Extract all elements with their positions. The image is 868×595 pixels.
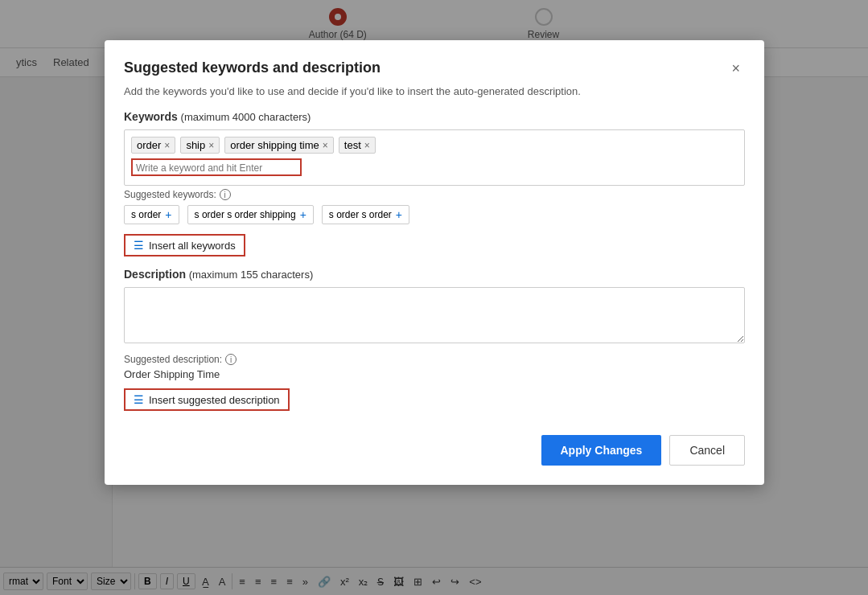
tag-test-remove[interactable]: × <box>364 141 370 150</box>
insert-desc-icon: ☰ <box>134 393 144 406</box>
suggested-tag-2-add[interactable]: + <box>300 208 306 221</box>
tag-ship: ship × <box>180 137 220 154</box>
suggested-desc-value: Order Shipping Time <box>124 368 745 380</box>
tag-order-shipping-time-remove[interactable]: × <box>323 141 328 150</box>
tag-ship-text: ship <box>186 139 205 151</box>
modal-subtitle: Add the keywords you'd like to use and d… <box>124 85 745 97</box>
description-label-strong: Description <box>124 268 186 281</box>
insert-suggested-description-button[interactable]: ☰ Insert suggested description <box>124 388 290 411</box>
modal-close-button[interactable]: × <box>726 60 745 77</box>
suggested-tag-2: s order s order shipping + <box>187 205 314 224</box>
suggested-desc-label-text: Suggested description: <box>124 354 222 365</box>
modal-dialog: Suggested keywords and description × Add… <box>105 40 764 485</box>
suggested-keywords-label-text: Suggested keywords: <box>124 189 216 200</box>
suggested-tags: s order + s order s order shipping + s o… <box>124 205 745 224</box>
tag-ship-remove[interactable]: × <box>208 141 214 150</box>
keywords-box: order × ship × order shipping time × tes… <box>124 129 745 186</box>
keywords-label: Keywords (maximum 4000 characters) <box>124 110 745 123</box>
tag-test-text: test <box>344 139 361 151</box>
suggested-tag-3: s order s order + <box>322 205 409 224</box>
description-textarea[interactable] <box>124 287 745 343</box>
insert-suggested-desc-label: Insert suggested description <box>149 394 280 406</box>
keywords-label-sub: (maximum 4000 characters) <box>181 111 311 123</box>
description-label-sub: (maximum 155 characters) <box>189 269 314 281</box>
suggested-keywords-info-icon[interactable]: i <box>220 189 231 200</box>
tag-order: order × <box>131 137 175 154</box>
tag-order-shipping-time: order shipping time × <box>224 137 334 154</box>
suggested-tag-1-text: s order <box>131 209 161 220</box>
suggested-tag-1-add[interactable]: + <box>165 208 171 221</box>
keywords-label-strong: Keywords <box>124 110 178 123</box>
description-label: Description (maximum 155 characters) <box>124 268 745 281</box>
keywords-tags: order × ship × order shipping time × tes… <box>131 137 738 154</box>
tag-order-remove[interactable]: × <box>164 141 170 150</box>
insert-all-keywords-label: Insert all keywords <box>149 240 236 252</box>
suggested-tag-1: s order + <box>124 205 179 224</box>
tag-order-shipping-time-text: order shipping time <box>230 139 319 151</box>
tag-test: test × <box>339 137 376 154</box>
tag-order-text: order <box>137 139 161 151</box>
cancel-button[interactable]: Cancel <box>669 435 745 466</box>
suggested-desc-info-icon[interactable]: i <box>225 354 237 365</box>
modal-header: Suggested keywords and description × <box>124 60 745 77</box>
apply-changes-button[interactable]: Apply Changes <box>541 435 662 466</box>
insert-all-icon: ☰ <box>134 239 144 252</box>
keyword-input-wrapper <box>131 158 302 176</box>
keyword-input[interactable] <box>136 162 297 174</box>
suggested-keywords-label: Suggested keywords: i <box>124 189 745 200</box>
modal-title: Suggested keywords and description <box>124 60 381 76</box>
suggested-desc-label: Suggested description: i <box>124 354 745 365</box>
suggested-tag-3-add[interactable]: + <box>396 208 402 221</box>
suggested-tag-2-text: s order s order shipping <box>195 209 296 220</box>
modal-footer: Apply Changes Cancel <box>124 427 745 466</box>
suggested-tag-3-text: s order s order <box>329 209 392 220</box>
insert-all-keywords-button[interactable]: ☰ Insert all keywords <box>124 234 245 256</box>
